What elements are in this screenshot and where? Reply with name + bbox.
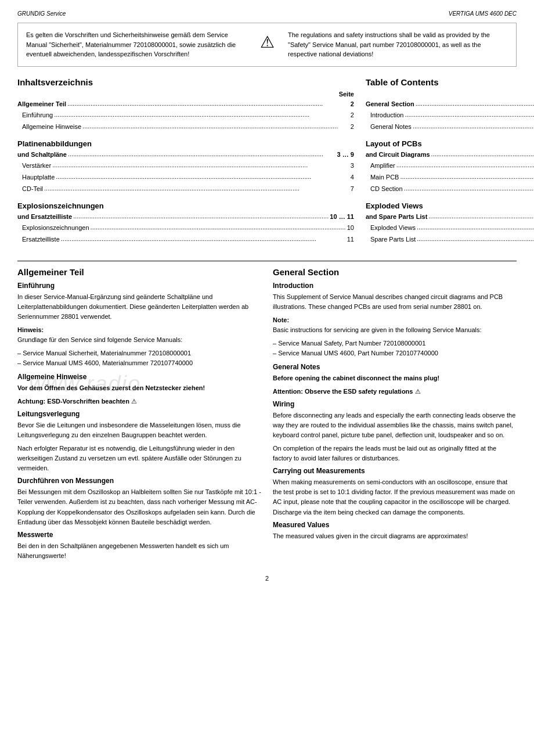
toc-entry: Explosionszeichnungen 10	[17, 222, 354, 234]
measured-values-text-en: The measured values given in the circuit…	[273, 531, 517, 541]
toc-entry: CD-Teil 7	[17, 183, 354, 195]
toc-fill	[91, 222, 346, 233]
toc-label: Exploded Views	[370, 222, 416, 233]
toc-page: 4	[351, 172, 354, 183]
notice-text-german: Es gelten die Vorschriften und Sicherhei…	[26, 30, 246, 59]
toc-label: Explosionszeichnungen	[22, 222, 89, 233]
intro-text-german: In dieser Service-Manual-Ergänzung sind …	[17, 292, 261, 322]
section-english: General Section Introduction This Supple…	[273, 267, 517, 564]
toc-entry: Einführung 2	[17, 110, 354, 121]
note-item-1-de: – Service Manual Sicherheit, Materialnum…	[17, 348, 261, 358]
toc-page: 3 … 9	[337, 149, 354, 160]
toc-heading-exploded-de: Explosionszeichnungen	[17, 201, 354, 211]
toc-entry: Hauptplatte 4	[17, 172, 354, 183]
toc-fill	[400, 171, 534, 183]
warning-icon: ⚠	[254, 30, 280, 52]
toc-label: Einführung	[22, 110, 53, 121]
toc-fill	[396, 160, 534, 171]
toc-label: Spare Parts List	[370, 234, 416, 245]
notice-box: Es gelten die Vorschriften und Sicherhei…	[17, 23, 517, 67]
toc-heading-pcb-de: Platinenabbildungen	[17, 139, 354, 149]
toc-label: Introduction	[370, 110, 403, 121]
toc-entry-bold: und Schaltpläne 3 … 9	[17, 149, 354, 161]
toc-label: General Notes	[370, 121, 412, 132]
wiring-text-en-1: Before disconnecting any leads and espec…	[273, 411, 517, 440]
warning1-english: Before opening the cabinet disconnect th…	[273, 373, 517, 383]
toc-heading2: and Spare Parts List	[366, 211, 427, 222]
toc-heading: Allgemeiner Teil	[17, 99, 66, 110]
toc-page: 10	[347, 222, 354, 233]
wiring-title-en: Wiring	[273, 400, 517, 408]
toc-fill	[405, 109, 534, 121]
intro-title-german: Einführung	[17, 282, 261, 290]
toc-entry-bold: und Ersatzteilliste 10 … 11	[17, 211, 354, 223]
intro-title-english: Introduction	[273, 282, 517, 290]
toc-page: 2	[351, 121, 354, 132]
toc-label: Allgemeine Hinweise	[22, 121, 81, 132]
header-left: GRUNDIG Service	[17, 10, 66, 17]
note-text-english: Basic instructions for servicing are giv…	[273, 326, 482, 333]
toc-fill	[417, 233, 534, 245]
toc-entry: Exploded Views 10	[366, 222, 534, 234]
note-item-2-de: – Service Manual UMS 4600, Materialnumme…	[17, 358, 261, 368]
toc-label: CD-Teil	[22, 183, 43, 195]
toc-fill	[54, 109, 349, 121]
measurements-text-de: Bei Messungen mit dem Oszilloskop an Hal…	[17, 487, 261, 527]
toc-entry: General Notes 2	[366, 121, 534, 133]
warning2-english: Attention: Observe the ESD safety regula…	[273, 387, 517, 397]
toc-page: 7	[351, 183, 354, 195]
toc-page: 3	[351, 160, 354, 171]
note-items-english: – Service Manual Safety, Part Number 720…	[273, 339, 517, 358]
toc-entry: Spare Parts List 11	[366, 234, 534, 246]
section-title-english: General Section	[273, 267, 517, 277]
esd-icon-de: ⚠	[131, 398, 137, 405]
toc-page: 10 … 11	[330, 211, 354, 222]
toc-fill	[413, 121, 534, 132]
toc-fill	[73, 211, 329, 222]
toc-fill	[416, 98, 534, 110]
toc-fill	[44, 183, 349, 195]
toc-fill	[431, 149, 534, 160]
toc-entry-bold: General Section 2	[366, 99, 534, 110]
toc-label: CD Section	[370, 183, 403, 195]
toc-group-2-en: Layout of PCBs and Circuit Diagrams 3 … …	[366, 139, 534, 195]
toc-entry: Ersatzteilliste 11	[17, 234, 354, 246]
toc-group-3-de: Explosionszeichnungen und Ersatzteillist…	[17, 201, 354, 246]
toc-fill	[56, 171, 349, 183]
toc-fill	[61, 233, 346, 245]
intro-text-english: This Supplement of Service Manual descri…	[273, 292, 517, 312]
toc-label: Hauptplatte	[22, 172, 55, 183]
toc-entry: Main PCB 4	[366, 172, 534, 183]
toc-section: Inhaltsverzeichnis Seite Allgemeiner Tei…	[17, 77, 517, 251]
measured-values-title-en: Measured Values	[273, 521, 517, 529]
page: GRUNDIG Service VERTIGA UMS 4600 DEC Es …	[0, 0, 534, 756]
measured-values-text-de: Bei den in den Schaltplänen angegebenen …	[17, 541, 261, 561]
toc-heading2: und Schaltpläne	[17, 149, 67, 160]
wiring-text-en-2: On completion of the repairs the leads m…	[273, 444, 517, 463]
section-title-german: Allgemeiner Teil	[17, 267, 261, 277]
wiring-text-de-2: Nach erfolgter Reparatur ist es notwendi…	[17, 444, 261, 473]
toc-group-3-en: Exploded Views and Spare Parts List 10 ……	[366, 201, 534, 246]
toc-english-title: Table of Contents	[366, 77, 534, 87]
note-block-english: Note: Basic instructions for servicing a…	[273, 315, 517, 335]
page-header: GRUNDIG Service VERTIGA UMS 4600 DEC	[17, 10, 517, 17]
general-notes-title-german: Allgemeine Hinweise	[17, 373, 261, 381]
toc-label: Main PCB	[370, 172, 399, 183]
toc-group-1-de: Allgemeiner Teil 2 Einführung 2 Allgemei…	[17, 99, 354, 133]
toc-entry: Amplifier 3	[366, 160, 534, 172]
toc-page: 11	[347, 234, 354, 245]
measurements-text-en: When making measurements on semi-conduct…	[273, 477, 517, 517]
section-german: Allgemeiner Teil Einführung In dieser Se…	[17, 267, 261, 564]
note-items-german: – Service Manual Sicherheit, Materialnum…	[17, 348, 261, 368]
toc-entry-bold: and Spare Parts List 10 … 11	[366, 211, 534, 223]
header-right: VERTIGA UMS 4600 DEC	[449, 10, 517, 17]
toc-entry: Introduction 2	[366, 110, 534, 121]
toc-label: Amplifier	[370, 160, 395, 171]
toc-entry-bold: and Circuit Diagrams 3 … 9	[366, 149, 534, 161]
warning1-german: Vor dem Öffnen des Gehäuses zuerst den N…	[17, 383, 261, 393]
toc-label: Ersatzteilliste	[22, 234, 60, 245]
notice-text-english: The regulations and safety instructions …	[288, 30, 508, 59]
toc-label: Verstärker	[22, 160, 51, 171]
esd-icon-en: ⚠	[415, 388, 421, 395]
toc-english-page-label: Page	[366, 91, 534, 98]
